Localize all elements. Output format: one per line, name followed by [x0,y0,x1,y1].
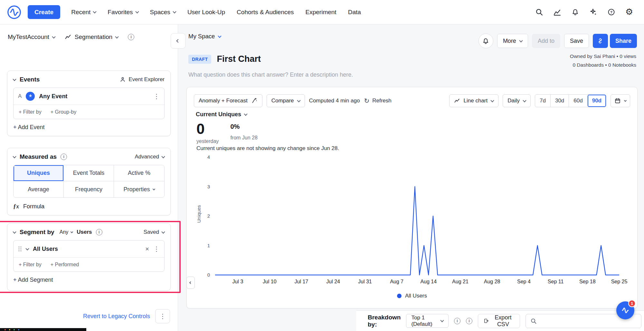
nav-cohorts-label: Cohorts & Audiences [237,9,294,16]
compare-button[interactable]: Compare [267,94,305,107]
nav-data[interactable]: Data [348,9,361,16]
event-row[interactable]: A * Any Event ⋮ [14,88,164,105]
space-selector[interactable]: My Space [188,33,221,40]
copy-link-button[interactable] [593,34,608,48]
metric-selector[interactable]: Current Uniques [196,111,247,118]
kebab-menu-icon[interactable]: ⋮ [153,246,160,252]
gear-icon[interactable]: ⚙ [621,5,637,20]
nav-user-lookup[interactable]: User Look-Up [187,9,225,16]
export-csv-button[interactable]: Export CSV [478,314,520,328]
measure-option-uniques[interactable]: Uniques [14,165,64,181]
nav-data-label: Data [348,9,361,16]
segment-row[interactable]: All Users × ⋮ [14,241,164,257]
screen-bottom-artifact [0,328,86,331]
legend-label[interactable]: All Users [405,293,427,299]
event-explorer-button[interactable]: Event Explorer [119,76,165,83]
measure-option-properties[interactable]: Properties [114,181,164,197]
add-segment-button[interactable]: + Add Segment [13,277,165,283]
measure-option-average[interactable]: Average [14,181,64,197]
nav-experiment[interactable]: Experiment [306,9,336,16]
info-icon[interactable]: i [128,34,134,40]
close-icon[interactable]: × [145,245,149,253]
chart-description-placeholder[interactable]: What question does this chart answer? En… [188,71,353,78]
footer-kebab-button[interactable]: ⋮ [155,309,170,323]
revert-legacy-link[interactable]: Revert to Legacy Controls [83,313,150,320]
collapse-controls-button[interactable] [186,277,195,289]
metric-selector-label: Current Uniques [196,111,241,118]
info-icon[interactable]: i [454,318,460,324]
advanced-dropdown[interactable]: Advanced [135,154,165,160]
range-60d-button[interactable]: 60d [569,95,587,107]
collapse-section-icon[interactable] [13,230,16,233]
refresh-icon: ↻ [364,98,369,104]
info-icon[interactable]: i [61,154,67,160]
collapse-section-icon[interactable] [13,155,16,158]
account-switcher[interactable]: MyTestAccount [8,33,55,41]
chart-plot-area[interactable]: Uniques 01234Jul 3Jul 10Jul 17Jul 24Jul … [192,153,632,285]
chevron-down-icon [491,99,494,102]
chevron-down-icon [624,99,627,101]
svg-text:Jul 10: Jul 10 [263,279,277,284]
granularity-dropdown[interactable]: Daily [503,94,531,107]
bell-icon[interactable] [567,5,583,20]
add-to-button[interactable]: Add to [532,34,560,48]
share-button[interactable]: Share [610,34,637,48]
measure-option-active-pct[interactable]: Active % [114,165,164,181]
segment-title: Segment by [20,229,54,236]
nav-favorites[interactable]: Favorites [108,9,138,16]
custom-date-button[interactable] [611,94,630,107]
refresh-button[interactable]: ↻ Refresh [364,98,391,104]
nav-spaces[interactable]: Spaces [150,9,176,16]
chevron-down-icon [244,112,247,116]
info-icon[interactable]: i [466,318,472,324]
chevron-down-icon [519,39,523,42]
more-button[interactable]: More [497,34,528,48]
chevron-down-icon[interactable] [25,247,29,250]
saved-dropdown[interactable]: Saved [144,229,165,235]
svg-text:Sep 4: Sep 4 [517,279,531,284]
create-button[interactable]: Create [28,5,60,19]
ai-sparkle-icon[interactable] [585,5,601,20]
save-button[interactable]: Save [564,34,589,48]
notification-bell-button[interactable] [478,33,493,48]
bell-icon [482,37,489,45]
chevron-left-icon [189,281,192,284]
metric-big-value: 0 [196,121,219,136]
kebab-menu-icon[interactable]: ⋮ [153,93,160,99]
filter-by-button[interactable]: + Filter by [19,262,42,268]
range-7d-button[interactable]: 7d [535,95,550,107]
events-card-header: Events Event Explorer [13,76,165,83]
chart-type-dropdown[interactable]: Line chart [449,94,499,107]
measure-option-frequency[interactable]: Frequency [64,181,114,197]
segment-users-label: Users [77,229,92,235]
group-by-button[interactable]: + Group-by [51,109,76,115]
range-30d-button[interactable]: 30d [550,95,569,107]
collapse-section-icon[interactable] [13,77,16,81]
nav-recent[interactable]: Recent [71,9,96,16]
collapse-left-panel-button[interactable] [171,33,185,49]
search-icon[interactable] [531,5,547,20]
info-icon[interactable]: i [96,229,102,235]
product-switcher-segmentation[interactable]: Segmentation [65,33,118,41]
formula-button[interactable]: ƒx Formula [13,203,165,210]
drag-handle-icon[interactable] [18,246,22,252]
line-chart-icon [65,34,71,41]
chevron-down-icon [440,318,444,322]
amplitude-logo-icon[interactable] [7,5,21,19]
line-chart[interactable]: 01234Jul 3Jul 10Jul 17Jul 24Jul 31Aug 7A… [192,153,632,285]
performed-button[interactable]: + Performed [51,262,79,268]
add-event-button[interactable]: + Add Event [13,124,165,131]
measure-option-event-totals[interactable]: Event Totals [64,165,114,181]
insights-icon[interactable] [549,5,565,20]
filter-by-button[interactable]: + Filter by [19,109,42,115]
assistant-fab[interactable]: 1 [616,301,634,319]
segment-any-dropdown[interactable]: Any [60,229,73,235]
page-title[interactable]: First Chart [217,54,261,64]
range-90d-button[interactable]: 90d [587,95,606,107]
nav-cohorts-audiences[interactable]: Cohorts & Audiences [237,9,294,16]
anomaly-forecast-button[interactable]: Anomaly + Forecast [194,94,262,107]
help-icon[interactable]: ? [603,5,619,20]
breakdown-select[interactable]: Top 1 (Default) [406,314,449,328]
svg-text:0: 0 [207,272,210,278]
svg-text:Jul 17: Jul 17 [295,279,308,284]
